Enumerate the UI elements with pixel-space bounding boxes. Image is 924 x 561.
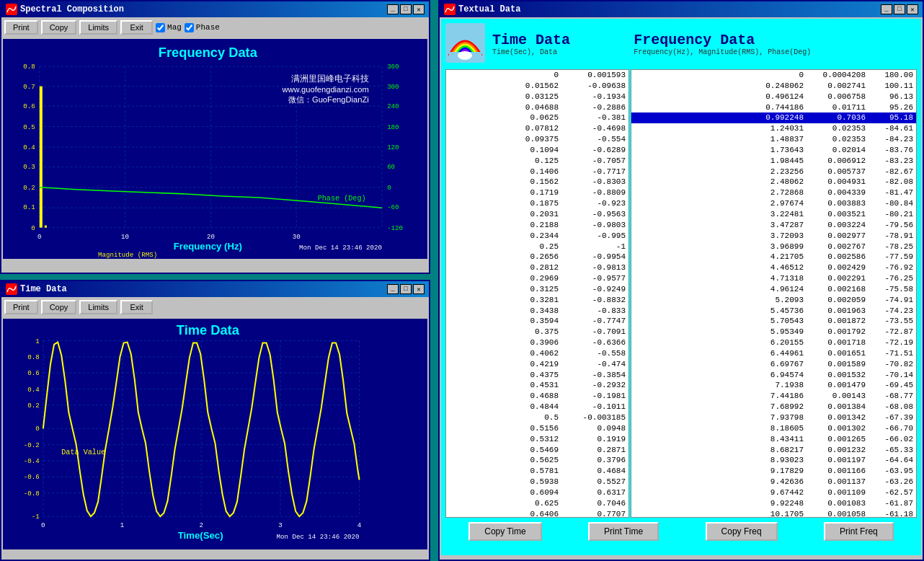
table-row: 0.53120.1919 xyxy=(446,434,628,445)
table-row: 0.09375-0.554 xyxy=(446,134,628,145)
table-row: 0.2344-0.995 xyxy=(446,231,628,242)
spectral-copy-btn[interactable]: Copy xyxy=(41,20,77,35)
spectral-mag-checkbox[interactable] xyxy=(156,23,165,32)
table-row: 4.961240.002168-75.58 xyxy=(631,284,916,295)
svg-text:0.2: 0.2 xyxy=(23,184,35,192)
table-row: 0.1875-0.923 xyxy=(446,198,628,209)
freq-data-subtitle: Frequency(Hz), Magnitude(RMS), Phase(Deg… xyxy=(634,48,917,56)
time-title-left: Time Data xyxy=(6,283,67,295)
table-row: 5.705430.001872-73.55 xyxy=(631,316,916,327)
time-exit-btn[interactable]: Exit xyxy=(120,300,153,314)
time-limits-btn[interactable]: Limits xyxy=(79,300,117,314)
time-print-btn[interactable]: Print xyxy=(4,300,38,314)
spectral-title-controls: _ □ ✕ xyxy=(387,4,425,14)
time-minimize-btn[interactable]: _ xyxy=(387,284,399,294)
table-row: 0.1719-0.8809 xyxy=(446,187,628,198)
table-row: 5.20930.002059-74.91 xyxy=(631,295,916,306)
svg-text:Mon Dec 14 23:46 2020: Mon Dec 14 23:46 2020 xyxy=(299,244,382,252)
svg-text:0: 0 xyxy=(31,224,35,232)
spectral-phase-check[interactable]: Phase xyxy=(185,23,220,32)
spectral-limits-btn[interactable]: Limits xyxy=(79,20,117,35)
textual-minimize-btn[interactable]: _ xyxy=(881,4,892,14)
svg-text:120: 120 xyxy=(387,143,399,151)
table-row: 5.457360.001963-74.23 xyxy=(631,306,916,317)
spectral-chart-area: Frequency Data 满洲里国峰电子科技 www.guofengdian… xyxy=(3,39,427,259)
table-row: 0.56250.3796 xyxy=(446,455,628,466)
svg-point-87 xyxy=(458,51,472,60)
time-data-column[interactable]: 00.0015930.01562-0.096380.03125-0.19340.… xyxy=(445,69,629,518)
time-data-title: Time Data xyxy=(492,32,634,48)
spectral-title-text: Spectral Composition xyxy=(20,4,124,14)
svg-text:-0.4: -0.4 xyxy=(24,457,40,465)
table-row: 9.922480.001083-61.87 xyxy=(631,498,916,509)
svg-text:Time(Sec): Time(Sec) xyxy=(178,530,223,541)
table-row: 0.4688-0.1981 xyxy=(446,391,628,402)
table-row: 0.59380.5527 xyxy=(446,477,628,487)
time-copy-btn[interactable]: Copy xyxy=(41,300,77,314)
table-row: 0.4844-0.1011 xyxy=(446,402,628,412)
table-row: 0.07812-0.4698 xyxy=(446,123,628,134)
print-time-btn[interactable]: Print Time xyxy=(588,522,659,541)
table-row: 0.4219-0.474 xyxy=(446,359,628,370)
table-row: 4.465120.002429-76.92 xyxy=(631,262,916,273)
textual-title-controls: _ □ ✕ xyxy=(881,4,918,14)
spectral-exit-btn[interactable]: Exit xyxy=(120,20,153,35)
spectral-mag-check[interactable]: Mag xyxy=(156,23,182,32)
table-row: 0.4531-0.2932 xyxy=(446,380,628,391)
svg-text:0.3: 0.3 xyxy=(23,163,35,171)
table-row: 0.03125-0.1934 xyxy=(446,92,628,102)
time-maximize-btn[interactable]: □ xyxy=(400,284,412,294)
svg-text:0.5: 0.5 xyxy=(23,123,35,131)
table-row: 9.426360.001137-63.26 xyxy=(631,477,916,487)
svg-text:0.4: 0.4 xyxy=(23,143,35,151)
spectral-minimize-btn[interactable]: _ xyxy=(387,4,399,14)
svg-text:60: 60 xyxy=(387,163,395,171)
table-row: 0.3594-0.7747 xyxy=(446,316,628,327)
freq-data-column[interactable]: 00.0004208180.000.2480620.002741100.110.… xyxy=(631,69,917,518)
copy-freq-btn[interactable]: Copy Freq xyxy=(706,522,778,541)
time-toolbar: Print Copy Limits Exit xyxy=(1,297,429,317)
svg-text:0.6: 0.6 xyxy=(27,369,39,377)
table-row: 1.984450.006912-83.23 xyxy=(631,156,916,167)
print-freq-btn[interactable]: Print Freq xyxy=(824,522,894,541)
spectral-title-bar: Spectral Composition _ □ ✕ xyxy=(1,1,429,17)
spectral-icon xyxy=(6,4,17,15)
table-row: 0.125-0.7057 xyxy=(446,156,628,167)
spectral-phase-checkbox[interactable] xyxy=(185,23,194,32)
svg-text:0.1: 0.1 xyxy=(23,203,35,211)
spectral-close-btn[interactable]: ✕ xyxy=(413,4,425,14)
table-row: 8.682170.001232-65.33 xyxy=(631,445,916,456)
textual-header: Time Data Time(Sec), Data Frequency Data… xyxy=(445,23,917,65)
spectral-print-btn[interactable]: Print xyxy=(4,20,38,35)
textual-data-window: Textual Data _ □ ✕ xyxy=(438,0,924,561)
svg-text:Time Data: Time Data xyxy=(177,322,240,337)
table-row: 7.689920.001384-68.08 xyxy=(631,402,916,412)
svg-text:20: 20 xyxy=(207,233,215,241)
svg-text:0: 0 xyxy=(41,521,45,529)
time-close-btn[interactable]: ✕ xyxy=(413,284,425,294)
time-icon xyxy=(6,283,17,295)
time-title-text: Time Data xyxy=(20,284,67,294)
table-row: 3.472870.003224-79.56 xyxy=(631,220,916,231)
spectral-maximize-btn[interactable]: □ xyxy=(400,4,412,14)
svg-text:Phase (Deg): Phase (Deg) xyxy=(318,195,366,203)
textual-maximize-btn[interactable]: □ xyxy=(894,4,905,14)
table-row: 0.60940.6317 xyxy=(446,487,628,498)
table-row: 0.4375-0.3854 xyxy=(446,370,628,381)
copy-time-btn[interactable]: Copy Time xyxy=(468,522,541,541)
table-row: 0.2031-0.9563 xyxy=(446,209,628,220)
svg-text:3: 3 xyxy=(278,521,282,529)
textual-close-btn[interactable]: ✕ xyxy=(907,4,918,14)
table-row: 9.178290.001166-63.95 xyxy=(631,466,916,477)
spectral-composition-window: Spectral Composition _ □ ✕ Print Copy Li… xyxy=(0,0,430,274)
svg-rect-43 xyxy=(40,87,43,228)
svg-text:2: 2 xyxy=(199,521,203,529)
table-row: 8.186050.001302-66.70 xyxy=(631,423,916,434)
table-row: 0.5-0.003185 xyxy=(446,412,628,423)
svg-text:-1: -1 xyxy=(32,513,40,521)
table-row: 1.240310.02353-84.61 xyxy=(631,123,916,134)
rainbow-icon-container xyxy=(445,23,485,65)
svg-text:1: 1 xyxy=(35,337,40,345)
table-row: 0.1406-0.7717 xyxy=(446,167,628,177)
svg-text:30: 30 xyxy=(293,233,301,241)
